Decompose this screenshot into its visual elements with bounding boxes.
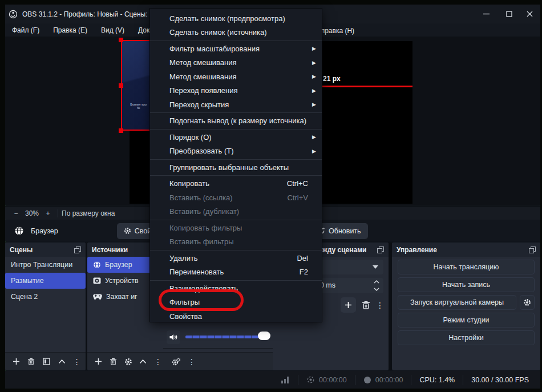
start-virtual-camera-button[interactable]: Запуск виртуальной камеры bbox=[398, 295, 516, 310]
source-caption: Browser sour fle bbox=[126, 103, 152, 110]
measure-label: 21 px bbox=[323, 75, 341, 83]
transitions-more-button[interactable]: ⋮ bbox=[376, 301, 384, 310]
menu-view[interactable]: Вид (V) bbox=[94, 25, 131, 36]
maximize-button[interactable] bbox=[499, 5, 519, 23]
studio-mode-button[interactable]: Режим студии bbox=[398, 313, 535, 328]
dock-icon[interactable] bbox=[529, 246, 536, 253]
menu-item-copy[interactable]: КопироватьCtrl+C bbox=[150, 177, 322, 191]
spinner-down-icon[interactable] bbox=[374, 287, 379, 292]
menu-item-blend-method[interactable]: Метод смешивания▶ bbox=[150, 56, 322, 70]
sources-title: Источники bbox=[92, 246, 128, 254]
submenu-arrow-icon: ▶ bbox=[312, 102, 316, 107]
toolbar-source-name: Браузер bbox=[31, 227, 58, 235]
transition-buttons: ⋮ bbox=[341, 297, 384, 313]
add-transition-button[interactable] bbox=[341, 297, 356, 313]
broadcast-icon bbox=[306, 375, 315, 384]
scene-filters-button[interactable] bbox=[39, 358, 54, 365]
scene-item[interactable]: Интро Трансляции bbox=[5, 257, 86, 273]
menu-item-paste-reference: Вставить (ссылка)Ctrl+V bbox=[150, 191, 322, 205]
remove-scene-button[interactable] bbox=[24, 358, 39, 365]
close-button[interactable] bbox=[520, 5, 539, 23]
menu-item-paste-filters: Вставить фильтры bbox=[150, 235, 322, 249]
scenes-panel: Сцены Интро Трансляции Размытие Сцена 2 bbox=[5, 243, 86, 370]
menu-item-group-selected[interactable]: Группировать выбранные объекты bbox=[150, 160, 322, 175]
start-recording-button[interactable]: Начать запись bbox=[398, 277, 535, 292]
menu-item-fit-output[interactable]: Подогнать вывод (к размеру источника) bbox=[150, 114, 322, 128]
zoom-in-button[interactable]: + bbox=[42, 209, 54, 217]
resize-handle[interactable] bbox=[119, 38, 123, 42]
start-streaming-button[interactable]: Начать трансляцию bbox=[398, 260, 535, 274]
remove-transition-button[interactable] bbox=[362, 301, 370, 309]
dock-icon[interactable] bbox=[74, 246, 81, 253]
divider bbox=[163, 348, 276, 349]
menu-edit[interactable]: Правка (Е) bbox=[46, 25, 94, 36]
menu-item-screenshot-preview[interactable]: Сделать снимок (предпросмотра) bbox=[150, 11, 322, 26]
menu-item-hide-transition[interactable]: Переход скрытия▶ bbox=[150, 98, 322, 112]
remove-source-button[interactable] bbox=[106, 358, 120, 365]
resize-handle[interactable] bbox=[119, 83, 123, 88]
volume-row bbox=[167, 330, 273, 345]
mixer-more-button[interactable]: ⋮ bbox=[184, 357, 200, 366]
source-context-menu: Сделать снимок (предпросмотра) Сделать с… bbox=[149, 8, 322, 322]
controls-title: Управление bbox=[397, 246, 437, 254]
scene-up-button[interactable] bbox=[54, 359, 70, 364]
globe-icon bbox=[93, 261, 101, 269]
controls-panel: Управление Начать трансляцию Начать запи… bbox=[392, 243, 540, 370]
menu-item-delete[interactable]: УдалитьDel bbox=[150, 251, 322, 265]
scene-item[interactable]: Сцена 2 bbox=[5, 289, 86, 305]
cpu-usage: CPU: 1.4% bbox=[411, 375, 463, 385]
minimize-button[interactable] bbox=[476, 5, 496, 23]
menu-item-paste-duplicate: Вставить (дубликат) bbox=[150, 205, 322, 219]
speaker-icon[interactable] bbox=[167, 330, 180, 344]
stream-timer: 00:00:00 bbox=[298, 375, 355, 385]
spinner-up-icon[interactable] bbox=[374, 280, 379, 284]
menu-item-show-transition[interactable]: Переход появления▶ bbox=[150, 84, 322, 98]
submenu-arrow-icon: ▶ bbox=[312, 74, 316, 79]
add-source-button[interactable] bbox=[91, 358, 106, 365]
record-icon bbox=[363, 376, 371, 384]
obs-logo-icon bbox=[9, 10, 18, 19]
menu-item-scale-filter[interactable]: Фильтр масштабирования▶ bbox=[150, 42, 322, 56]
record-timer: 00:00:00 bbox=[355, 375, 411, 385]
menu-item-order[interactable]: Порядок (O)▶ bbox=[150, 130, 322, 144]
zoom-out-button[interactable]: − bbox=[10, 209, 22, 217]
window-title: OBS 31.1.2 - Профиль: Новый - Сцены: 123 bbox=[22, 10, 161, 18]
menu-item-screenshot-source[interactable]: Сделать снимок (источника) bbox=[150, 26, 322, 40]
camera-icon bbox=[93, 277, 101, 284]
divider bbox=[58, 209, 58, 217]
menu-item-blend-mode[interactable]: Метод смешивания▶ bbox=[150, 70, 322, 84]
submenu-arrow-icon: ▶ bbox=[312, 60, 316, 66]
connection-quality bbox=[273, 375, 298, 385]
menu-item-properties[interactable]: Свойства bbox=[150, 309, 322, 324]
globe-icon bbox=[14, 226, 24, 236]
scenes-title: Сцены bbox=[10, 246, 33, 254]
scenes-list: Интро Трансляции Размытие Сцена 2 bbox=[5, 257, 86, 353]
scenes-more-button[interactable]: ⋮ bbox=[69, 357, 84, 366]
virtual-camera-settings-button[interactable] bbox=[520, 295, 535, 310]
fps-indicator: 30.00 / 30.00 FPS bbox=[463, 375, 540, 385]
menu-item-transform[interactable]: Преобразовать (Т)▶ bbox=[150, 144, 322, 159]
dock-icon[interactable] bbox=[377, 246, 384, 253]
submenu-arrow-icon: ▶ bbox=[312, 88, 316, 94]
mixer-settings-icon[interactable] bbox=[168, 358, 184, 366]
menu-file[interactable]: Файл (F) bbox=[5, 25, 46, 36]
source-up-button[interactable] bbox=[136, 359, 151, 364]
zoom-level: 30% bbox=[22, 209, 42, 217]
submenu-arrow-icon: ▶ bbox=[312, 46, 316, 51]
add-scene-button[interactable] bbox=[9, 358, 24, 365]
status-bar: 00:00:00 00:00:00 CPU: 1.4% 30.00 / 30.0… bbox=[5, 371, 540, 389]
fit-mode-label[interactable]: По размеру окна bbox=[62, 209, 115, 217]
volume-slider-handle[interactable] bbox=[258, 332, 270, 340]
menu-item-rename[interactable]: ПереименоватьF2 bbox=[150, 265, 322, 280]
obs-window: OBS 31.1.2 - Профиль: Новый - Сцены: 123… bbox=[0, 0, 542, 392]
submenu-arrow-icon: ▶ bbox=[312, 148, 316, 154]
volume-slider[interactable] bbox=[185, 336, 261, 338]
scene-item-selected[interactable]: Размытие bbox=[5, 273, 86, 289]
menu-item-copy-filters: Копировать фильтры bbox=[150, 221, 322, 235]
resize-handle[interactable] bbox=[119, 128, 123, 133]
annotation-highlight-oval bbox=[159, 289, 244, 311]
submenu-arrow-icon: ▶ bbox=[312, 134, 316, 140]
source-properties-button[interactable] bbox=[120, 358, 135, 366]
gamepad-icon bbox=[93, 294, 102, 300]
settings-button[interactable]: Настройки bbox=[398, 330, 535, 345]
